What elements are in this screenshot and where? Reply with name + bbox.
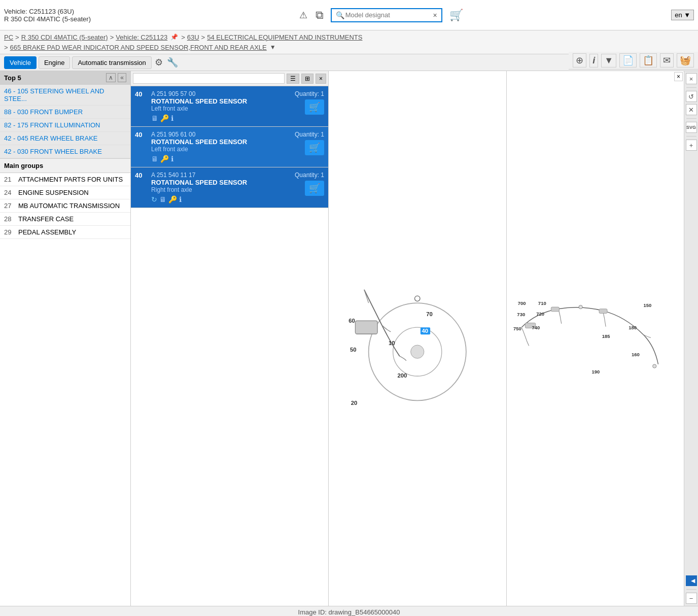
svg-text:730: 730 xyxy=(517,312,525,317)
breadcrumb-54[interactable]: 54 ELECTRICAL EQUIPMENT AND INSTRUMENTS xyxy=(207,33,362,41)
part-key-icon-1[interactable]: 🔑 xyxy=(160,155,169,163)
part-axle-2: Right front axle xyxy=(151,186,291,193)
rt-zoom-out-btn[interactable]: − xyxy=(686,593,697,604)
breadcrumb-dropdown-icon[interactable]: ▼ xyxy=(269,43,277,52)
tab-auto-transmission[interactable]: Automatic transmission xyxy=(72,56,151,69)
diagram-main: 20 50 60 10 70 40 200 × xyxy=(329,71,684,606)
svg-text:10: 10 xyxy=(389,340,395,346)
part-cart-btn-1[interactable]: 🛒 xyxy=(305,140,324,155)
part-axle-0: Left front axle xyxy=(151,105,291,112)
vehicle-info: Vehicle: C251123 (63U) R 350 CDI 4MATIC … xyxy=(4,8,91,23)
sidebar-group-27[interactable]: 27 MB AUTOMATIC TRANSMISSION xyxy=(0,199,130,213)
svg-text:150: 150 xyxy=(643,302,651,308)
sidebar-item-front-wheel-brake[interactable]: 42 - 030 FRONT WHEEL BRAKE xyxy=(0,145,130,158)
rt-divider-3 xyxy=(686,136,696,136)
breadcrumb-63u[interactable]: 63U xyxy=(187,33,199,41)
sidebar-group-28[interactable]: 28 TRANSFER CASE xyxy=(0,213,130,226)
part-item-2: 40 A 251 540 11 17 ROTATIONAL SPEED SENS… xyxy=(131,167,328,208)
sidebar-item-steering[interactable]: 46 - 105 STEERING WHEEL AND STEE... xyxy=(0,85,130,106)
part-key-icon-0[interactable]: 🔑 xyxy=(160,114,169,122)
sidebar-group-29[interactable]: 29 PEDAL ASSEMBLY xyxy=(0,226,130,239)
parts-list-view-btn[interactable]: ☰ xyxy=(287,74,299,84)
svg-text:700: 700 xyxy=(517,300,526,306)
part-info-icon-1[interactable]: ℹ xyxy=(171,155,173,163)
sidebar-top5: Top 5 ∧ « 46 - 105 STEERING WHEEL AND ST… xyxy=(0,71,130,159)
svg-text:200: 200 xyxy=(397,372,407,379)
rt-close-btn[interactable]: × xyxy=(686,73,697,84)
part-artnum-0: A 251 905 57 00 xyxy=(151,90,291,97)
svg-point-4 xyxy=(415,296,420,301)
copy-icon[interactable]: ⧉ xyxy=(315,8,325,23)
part-axle-1: Left front axle xyxy=(151,146,291,153)
svg-point-16 xyxy=(578,305,582,309)
part-cart-btn-0[interactable]: 🛒 xyxy=(305,99,324,115)
top5-nav-up[interactable]: ∧ xyxy=(106,73,116,82)
breadcrumb-model[interactable]: R 350 CDI 4MATIC (5-seater) xyxy=(21,33,108,41)
part-refresh-icon-2[interactable]: ↻ xyxy=(151,195,157,203)
breadcrumb-pin-icon[interactable]: 📌 xyxy=(169,32,179,42)
main-groups-header: Main groups xyxy=(0,159,130,173)
part-screen-icon-2[interactable]: 🖥 xyxy=(159,195,166,203)
parts-close-btn[interactable]: × xyxy=(316,74,326,84)
zoom-in-icon[interactable]: ⊕ xyxy=(573,53,586,67)
part-qty-label-0: Quantity: 1 xyxy=(295,90,324,97)
part-icons-1: 🖥 🔑 ℹ xyxy=(151,155,291,163)
part-details-1: A 251 905 61 00 ROTATIONAL SPEED SENSOR … xyxy=(151,131,291,163)
sidebar-item-rear-wheel-brake[interactable]: 42 - 045 REAR WHEEL BRAKE xyxy=(0,132,130,145)
breadcrumb-665[interactable]: 665 BRAKE PAD WEAR INDICATOR AND SPEED S… xyxy=(10,44,267,51)
doc2-icon[interactable]: 📋 xyxy=(640,53,657,67)
basket-icon[interactable]: 🧺 xyxy=(677,53,694,67)
model-search-input[interactable] xyxy=(345,11,432,19)
sidebar-group-24[interactable]: 24 ENGINE SUSPENSION xyxy=(0,186,130,199)
breadcrumb-vehicle[interactable]: Vehicle: C251123 xyxy=(116,33,167,41)
header-right: en ▼ xyxy=(671,10,694,20)
top5-nav-collapse[interactable]: « xyxy=(118,73,126,82)
parts-search-input[interactable] xyxy=(133,73,285,84)
info-icon[interactable]: i xyxy=(589,54,598,67)
diagram-close-btn[interactable]: × xyxy=(674,72,683,81)
breadcrumb-row-2: > 665 BRAKE PAD WEAR INDICATOR AND SPEED… xyxy=(4,43,694,52)
svg-text:70: 70 xyxy=(426,311,433,317)
part-cart-btn-2[interactable]: 🛒 xyxy=(305,181,324,196)
svg-text:160: 160 xyxy=(632,352,640,357)
svg-text:740: 740 xyxy=(532,325,540,330)
rt-blue-tab[interactable]: ◀ xyxy=(686,575,697,586)
sidebar-item-front-illumination[interactable]: 82 - 175 FRONT ILLUMINATION xyxy=(0,119,130,132)
filter-icon[interactable]: ▼ xyxy=(601,54,616,67)
part-qty-2: Quantity: 1 🛒 xyxy=(295,172,324,203)
tab-vehicle[interactable]: Vehicle xyxy=(4,56,37,69)
part-pos-1: 40 xyxy=(135,131,147,163)
part-qty-label-2: Quantity: 1 xyxy=(295,172,324,179)
parts-list: 40 A 251 905 57 00 ROTATIONAL SPEED SENS… xyxy=(131,86,328,606)
rt-undo-btn[interactable]: ↺ xyxy=(686,91,697,102)
cart-button[interactable]: 🛒 xyxy=(448,8,464,23)
rt-cross-btn[interactable]: ✕ xyxy=(686,104,697,115)
sidebar-item-front-bumper[interactable]: 88 - 030 FRONT BUMPER xyxy=(0,106,130,119)
part-info-icon-0[interactable]: ℹ xyxy=(171,114,173,122)
image-id-text: Image ID: drawing_B54665000040 xyxy=(298,608,400,616)
part-screen-icon-1[interactable]: 🖥 xyxy=(151,155,158,163)
tab-engine[interactable]: Engine xyxy=(39,56,70,69)
rt-svg-btn[interactable]: SVG xyxy=(686,122,697,133)
part-name-2: ROTATIONAL SPEED SENSOR xyxy=(151,179,291,186)
doc-icon[interactable]: 📄 xyxy=(619,53,637,67)
wrench-icon[interactable]: 🔧 xyxy=(166,56,179,69)
top5-nav: ∧ « xyxy=(106,73,126,82)
mail-icon[interactable]: ✉ xyxy=(660,53,674,67)
rt-zoom-in-btn[interactable]: + xyxy=(686,140,697,151)
part-info-icon-2[interactable]: ℹ xyxy=(179,195,182,203)
settings-icon[interactable]: ⚙ xyxy=(154,56,164,69)
part-key-icon-2[interactable]: 🔑 xyxy=(168,195,177,203)
part-screen-icon-0[interactable]: 🖥 xyxy=(151,114,158,122)
search-icon[interactable]: 🔍 xyxy=(335,10,345,20)
rt-divider-2 xyxy=(686,118,696,119)
parts-grid-view-btn[interactable]: ⊞ xyxy=(301,74,313,84)
svg-rect-3 xyxy=(355,321,377,334)
breadcrumb-pc[interactable]: PC xyxy=(4,33,13,41)
sidebar-group-21[interactable]: 21 ATTACHMENT PARTS FOR UNITS xyxy=(0,173,130,186)
svg-text:185: 185 xyxy=(602,333,610,339)
language-selector[interactable]: en ▼ xyxy=(671,10,694,20)
search-clear-icon[interactable]: × xyxy=(432,10,438,20)
warning-icon[interactable]: ⚠ xyxy=(298,9,308,22)
diagram-left: 20 50 60 10 70 40 200 xyxy=(329,71,507,606)
